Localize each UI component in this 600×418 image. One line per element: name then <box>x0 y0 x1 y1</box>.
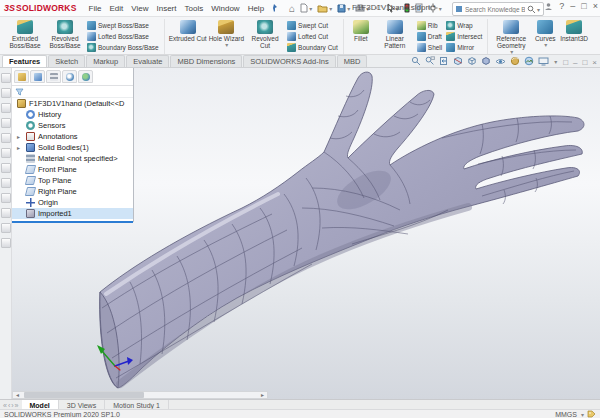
curves-button[interactable]: Curves ▾ <box>531 20 559 48</box>
tab-mbd[interactable]: MBD <box>337 55 368 67</box>
headsup-caret-icon[interactable]: ▾ <box>554 58 557 65</box>
instant3d-button[interactable]: Instant3D <box>559 20 589 42</box>
rollback-bar[interactable] <box>12 221 133 223</box>
save-button[interactable]: ▾ <box>335 1 352 15</box>
configuration-manager-tab[interactable] <box>46 70 61 83</box>
menu-tools[interactable]: Tools <box>180 4 207 13</box>
strip-icon[interactable] <box>1 163 11 173</box>
doc-minimize-icon[interactable]: – <box>573 58 577 67</box>
menu-insert[interactable]: Insert <box>152 4 180 13</box>
previous-view-icon[interactable] <box>439 56 449 66</box>
fillet-button[interactable]: Fillet <box>347 20 375 42</box>
scroll-right-icon[interactable]: ▸ <box>258 392 267 398</box>
feature-manager-tab[interactable] <box>14 70 29 83</box>
strip-icon[interactable] <box>1 118 11 128</box>
tree-item-sensors[interactable]: Sensors <box>12 120 133 131</box>
strip-icon[interactable] <box>1 208 11 218</box>
rib-button[interactable]: Rib <box>417 20 442 31</box>
swept-boss-base-button[interactable]: Swept Boss/Base <box>87 20 159 31</box>
tree-item-origin[interactable]: Origin <box>12 197 133 208</box>
expand-arrow-icon[interactable]: ▸ <box>17 133 20 140</box>
tab-mbd-dimensions[interactable]: MBD Dimensions <box>170 55 242 67</box>
strip-icon[interactable] <box>1 133 11 143</box>
help-button[interactable]: ? <box>559 1 564 11</box>
menu-window[interactable]: Window <box>207 4 243 13</box>
tree-item-imported1[interactable]: Imported1 <box>12 208 133 219</box>
expand-arrow-icon[interactable]: ▸ <box>17 144 20 151</box>
tab-prev-icon[interactable]: ‹ <box>8 402 10 409</box>
revolved-cut-button[interactable]: Revolved Cut <box>245 20 285 49</box>
hand-model[interactable] <box>100 72 584 388</box>
revolved-boss-base-button[interactable]: Revolved Boss/Base <box>45 20 85 49</box>
edit-appearance-icon[interactable] <box>510 56 520 66</box>
section-view-icon[interactable] <box>453 56 463 66</box>
property-manager-tab[interactable] <box>30 70 45 83</box>
strip-icon[interactable] <box>1 148 11 158</box>
tree-item-front-plane[interactable]: Front Plane <box>12 164 133 175</box>
strip-icon[interactable] <box>1 88 11 98</box>
tree-item-annotations[interactable]: ▸ Annotations <box>12 131 133 142</box>
strip-icon[interactable] <box>1 223 11 233</box>
shell-button[interactable]: Shell <box>417 42 442 53</box>
tree-item-history[interactable]: History <box>12 109 133 120</box>
tab-solidworks-add-ins[interactable]: SOLIDWORKS Add-Ins <box>243 55 335 67</box>
lofted-cut-button[interactable]: Lofted Cut <box>287 31 338 42</box>
draft-button[interactable]: Draft <box>417 31 442 42</box>
horizontal-scrollbar[interactable]: ◂ ▸ <box>12 391 268 399</box>
units-selector[interactable]: MMGS <box>555 411 577 418</box>
close-button[interactable]: × <box>593 1 598 11</box>
tab-evaluate[interactable]: Evaluate <box>126 55 169 67</box>
display-manager-tab[interactable] <box>78 70 93 83</box>
wrap-button[interactable]: Wrap <box>446 20 482 31</box>
hole-wizard-button[interactable]: Hole Wizard ▾ <box>208 20 245 48</box>
new-document-button[interactable]: ▾ <box>298 1 314 15</box>
tab-last-icon[interactable]: » <box>15 402 19 409</box>
mirror-button[interactable]: Mirror <box>446 42 482 53</box>
boundary-cut-button[interactable]: Boundary Cut <box>287 42 338 53</box>
scroll-left-icon[interactable]: ◂ <box>13 392 22 398</box>
swept-cut-button[interactable]: Swept Cut <box>287 20 338 31</box>
tree-item-right-plane[interactable]: Right Plane <box>12 186 133 197</box>
menu-edit[interactable]: Edit <box>105 4 127 13</box>
apply-scene-icon[interactable] <box>524 56 534 66</box>
tree-item-top-plane[interactable]: Top Plane <box>12 175 133 186</box>
display-style-icon[interactable] <box>481 56 491 66</box>
linear-pattern-button[interactable]: Linear Pattern <box>375 20 415 49</box>
open-button[interactable]: ▾ <box>315 1 334 15</box>
lofted-boss-base-button[interactable]: Lofted Boss/Base <box>87 31 159 42</box>
units-caret-icon[interactable]: ▾ <box>581 411 584 418</box>
menu-file[interactable]: File <box>85 4 106 13</box>
extruded-cut-button[interactable]: Extruded Cut <box>168 20 208 42</box>
tab-first-icon[interactable]: « <box>3 402 7 409</box>
dimxpert-manager-tab[interactable] <box>62 70 77 83</box>
strip-icon[interactable] <box>1 103 11 113</box>
view-settings-icon[interactable] <box>538 57 549 66</box>
search-caret-icon[interactable]: ▾ <box>537 6 540 13</box>
menu-view[interactable]: View <box>127 4 152 13</box>
pin-menu-icon[interactable] <box>268 1 281 15</box>
user-login-icon[interactable] <box>544 2 553 11</box>
intersect-button[interactable]: Intersect <box>446 31 482 42</box>
tree-filter[interactable] <box>12 86 133 98</box>
tab-markup[interactable]: Markup <box>86 55 125 67</box>
zoom-to-area-icon[interactable] <box>425 56 435 66</box>
reference-geometry-button[interactable]: Reference Geometry ▾ <box>491 20 531 56</box>
extruded-boss-base-button[interactable]: Extruded Boss/Base <box>5 20 45 49</box>
strip-icon[interactable] <box>1 73 11 83</box>
tree-root[interactable]: F1F3D1V1hand (Default<<D <box>12 98 133 109</box>
maximize-button[interactable]: □ <box>581 1 586 11</box>
tab-next-icon[interactable]: › <box>11 402 13 409</box>
doc-restore-icon[interactable]: □ <box>563 58 568 67</box>
zoom-to-fit-icon[interactable] <box>411 56 421 66</box>
view-orientation-icon[interactable] <box>467 56 477 66</box>
doc-close-icon[interactable]: × <box>592 58 597 67</box>
custom-properties-tag-icon[interactable] <box>587 410 596 418</box>
scrollbar-thumb[interactable] <box>24 392 144 398</box>
menu-help[interactable]: Help <box>244 4 268 13</box>
doc-maximize-icon[interactable]: □ <box>582 58 587 67</box>
boundary-boss-base-button[interactable]: Boundary Boss/Base <box>87 42 159 53</box>
strip-icon[interactable] <box>1 193 11 203</box>
tab-sketch[interactable]: Sketch <box>48 55 85 67</box>
strip-icon[interactable] <box>1 178 11 188</box>
tree-item-material[interactable]: Material <not specified> <box>12 153 133 164</box>
